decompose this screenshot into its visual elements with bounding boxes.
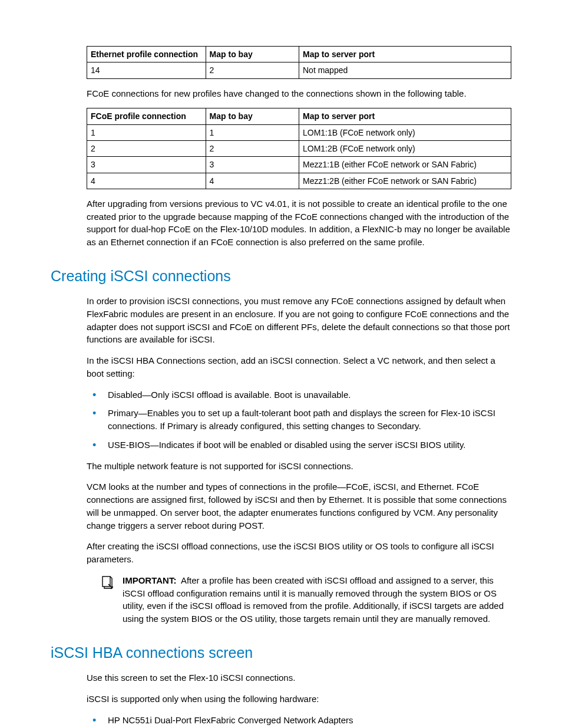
important-icon xyxy=(101,575,118,593)
boot-settings-list: Disabled—Only iSCSI offload is available… xyxy=(87,388,511,452)
table-header: Map to bay xyxy=(206,108,299,124)
table-cell: 1 xyxy=(206,124,299,140)
important-note: IMPORTANT: After a profile has been crea… xyxy=(101,574,511,625)
table-cell: 3 xyxy=(206,157,299,173)
table-cell: Not mapped xyxy=(299,62,511,78)
table-cell: 3 xyxy=(87,157,206,173)
list-item: Primary—Enables you to set up a fault-to… xyxy=(87,407,511,433)
important-label: IMPORTANT: xyxy=(123,575,176,585)
fcoe-connections-table: FCoE profile connection Map to bay Map t… xyxy=(87,108,511,189)
table-header: Ethernet profile connection xyxy=(87,47,206,62)
list-item: HP NC551i Dual-Port FlexFabric Converged… xyxy=(87,714,511,727)
table-cell: 1 xyxy=(87,124,206,140)
ethernet-connections-table: Ethernet profile connection Map to bay M… xyxy=(87,46,511,79)
table-header: Map to server port xyxy=(299,108,511,124)
hardware-list: HP NC551i Dual-Port FlexFabric Converged… xyxy=(87,714,511,727)
table-cell: Mezz1:2B (either FCoE network or SAN Fab… xyxy=(299,173,511,189)
table-cell: 2 xyxy=(87,140,206,156)
table-row: 1 1 LOM1:1B (FCoE network only) xyxy=(87,124,511,140)
paragraph: VCM looks at the number and types of con… xyxy=(87,480,511,532)
table-cell: 4 xyxy=(206,173,299,189)
table-header: FCoE profile connection xyxy=(87,108,206,124)
paragraph: In order to provision iSCSI connections,… xyxy=(87,295,511,346)
table-header: Map to bay xyxy=(206,47,299,62)
table-cell: 4 xyxy=(87,173,206,189)
table-row: 2 2 LOM1:2B (FCoE network only) xyxy=(87,140,511,156)
table-row: 14 2 Not mapped xyxy=(87,62,511,78)
list-item: Disabled—Only iSCSI offload is available… xyxy=(87,388,511,401)
paragraph: The multiple network feature is not supp… xyxy=(87,460,511,473)
table-row: 3 3 Mezz1:1B (either FCoE network or SAN… xyxy=(87,157,511,173)
table-cell: LOM1:1B (FCoE network only) xyxy=(299,124,511,140)
table-cell: 14 xyxy=(87,62,206,78)
paragraph: After upgrading from versions previous t… xyxy=(87,197,511,249)
table-row: 4 4 Mezz1:2B (either FCoE network or SAN… xyxy=(87,173,511,189)
paragraph: In the iSCSI HBA Connections section, ad… xyxy=(87,354,511,380)
table-cell: 2 xyxy=(206,140,299,156)
table-cell: LOM1:2B (FCoE network only) xyxy=(299,140,511,156)
important-text: IMPORTANT: After a profile has been crea… xyxy=(123,574,511,625)
important-body: After a profile has been created with iS… xyxy=(123,575,504,624)
paragraph: Use this screen to set the Flex-10 iSCSI… xyxy=(87,671,511,684)
list-item: USE-BIOS—Indicates if boot will be enabl… xyxy=(87,439,511,452)
table-cell: 2 xyxy=(206,62,299,78)
table-header: Map to server port xyxy=(299,47,511,62)
paragraph: iSCSI is supported only when using the f… xyxy=(87,693,511,706)
table-cell: Mezz1:1B (either FCoE network or SAN Fab… xyxy=(299,157,511,173)
paragraph: FCoE connections for new profiles have c… xyxy=(87,87,511,100)
heading-iscsi-hba: iSCSI HBA connections screen xyxy=(51,642,511,663)
paragraph: After creating the iSCSI offload connect… xyxy=(87,540,511,566)
heading-creating-iscsi: Creating iSCSI connections xyxy=(51,265,511,286)
